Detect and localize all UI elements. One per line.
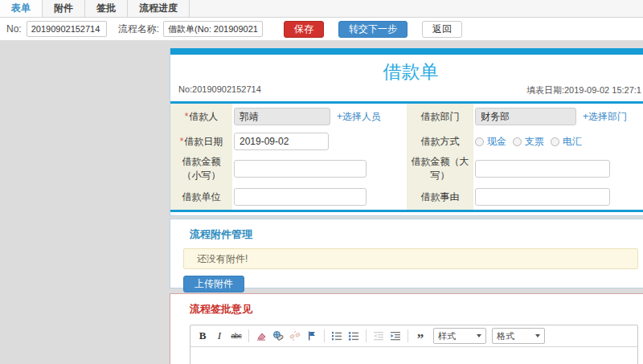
amount-uppercase-input[interactable] [475, 160, 610, 178]
main-content: 借款单 No:20190902152714 填表日期:2019-09-02 15… [170, 40, 643, 364]
blockquote-icon[interactable]: ” [413, 329, 428, 343]
rich-text-editor: B I abc [190, 325, 638, 364]
select-person-link[interactable]: +选择人员 [337, 110, 381, 124]
indent-icon[interactable] [388, 329, 403, 343]
approval-panel: 流程签批意见 B I abc [170, 293, 643, 364]
wire-transfer-radio[interactable] [551, 137, 559, 146]
document-number: No:20190902152714 [178, 84, 261, 96]
attachments-heading: 流程附件管理 [190, 227, 643, 242]
forward-next-step-button[interactable]: 转交下一步 [338, 21, 408, 38]
upload-attachment-button[interactable]: 上传附件 [183, 276, 244, 292]
cheque-radio[interactable] [513, 137, 522, 146]
form-table: *借款人 +选择人员 借款部门 +选择部门 *借款日期 借款方式 [170, 101, 643, 212]
borrow-department-label: 借款部门 [407, 104, 473, 129]
required-asterisk: * [185, 111, 189, 122]
strikethrough-icon[interactable]: abc [229, 329, 244, 343]
borrow-date-label: *借款日期 [170, 129, 232, 153]
borrower-label: *借款人 [170, 104, 232, 129]
back-button[interactable]: 返回 [422, 21, 462, 38]
approval-heading: 流程签批意见 [190, 302, 643, 317]
amount-lowercase-input[interactable] [234, 160, 367, 178]
fill-date: 填表日期:2019-09-02 15:27:1 [526, 84, 641, 96]
tab-process-progress[interactable]: 流程进度 [128, 0, 190, 17]
unlink-icon[interactable] [288, 329, 302, 343]
no-attachments-alert: 还没有附件! [183, 248, 638, 269]
cash-radio-label[interactable]: 现金 [487, 135, 506, 149]
anchor-flag-icon[interactable] [305, 329, 319, 343]
top-bar: 表单 附件 签批 流程进度 No: 流程名称: 保存 转交下一步 返回 [0, 0, 643, 40]
borrow-department-input [475, 108, 576, 125]
styles-dropdown[interactable]: 样式 [433, 328, 486, 344]
command-bar: No: 流程名称: 保存 转交下一步 返回 [0, 18, 643, 40]
format-dropdown[interactable]: 格式 [492, 328, 545, 344]
select-department-link[interactable]: +选择部门 [583, 110, 627, 124]
chevron-down-icon [535, 334, 540, 337]
toolbar-separator [408, 329, 408, 342]
save-button[interactable]: 保存 [284, 21, 324, 38]
borrow-unit-label: 借款单位 [170, 184, 232, 210]
borrow-reason-input[interactable] [475, 188, 610, 206]
numbered-list-icon[interactable] [330, 329, 344, 343]
toolbar-separator [324, 329, 325, 342]
tab-attachments[interactable]: 附件 [43, 0, 85, 17]
borrow-method-label: 借款方式 [407, 129, 473, 153]
attachments-panel: 流程附件管理 还没有附件! 上传附件 [170, 219, 643, 288]
wire-transfer-radio-label[interactable]: 电汇 [563, 135, 582, 149]
tab-form[interactable]: 表单 [0, 0, 43, 17]
no-label: No: [6, 23, 22, 35]
editor-toolbar: B I abc [190, 325, 637, 347]
tab-approval[interactable]: 签批 [85, 0, 128, 17]
no-input[interactable] [27, 21, 107, 37]
flow-name-label: 流程名称: [118, 22, 159, 36]
required-asterisk: * [180, 136, 184, 147]
amount-lowercase-label: 借款金额（小写） [170, 153, 232, 184]
tab-bar: 表单 附件 签批 流程进度 [0, 0, 643, 18]
outdent-icon[interactable] [371, 329, 386, 343]
toolbar-separator [366, 329, 367, 342]
cash-radio[interactable] [475, 137, 484, 146]
cheque-radio-label[interactable]: 支票 [525, 135, 544, 149]
chevron-down-icon [477, 334, 481, 337]
italic-icon[interactable]: I [212, 329, 227, 343]
amount-uppercase-label: 借款金额（大写） [407, 153, 473, 184]
editor-content-area[interactable] [190, 347, 637, 364]
borrow-unit-input[interactable] [234, 188, 367, 206]
borrow-reason-label: 借款事由 [407, 184, 473, 210]
loan-form-panel: 借款单 No:20190902152714 填表日期:2019-09-02 15… [170, 48, 643, 216]
link-icon[interactable] [271, 329, 285, 343]
panel-accent-bar [170, 48, 643, 55]
bulleted-list-icon[interactable] [346, 329, 361, 343]
remove-format-icon[interactable] [254, 329, 268, 343]
borrow-date-input[interactable] [234, 133, 329, 150]
form-title: 借款单 [170, 61, 643, 82]
flow-name-input[interactable] [163, 21, 263, 37]
toolbar-separator [248, 329, 249, 342]
bold-icon[interactable]: B [195, 329, 210, 343]
borrower-input [234, 108, 330, 125]
